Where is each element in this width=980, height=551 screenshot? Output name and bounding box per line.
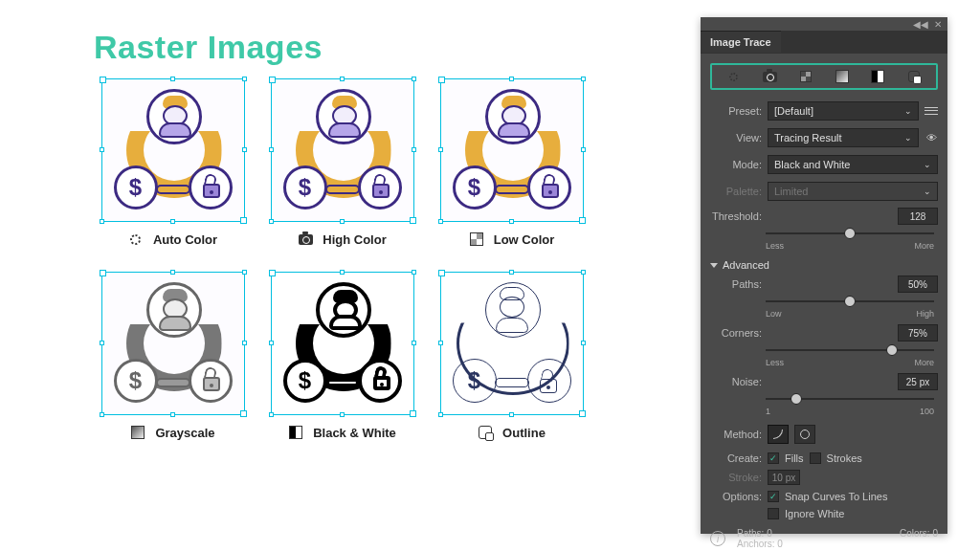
- example-low-color: $ Low Color: [433, 78, 590, 247]
- fills-checkbox[interactable]: [768, 452, 779, 464]
- stroke-value: 10 px: [768, 470, 800, 485]
- thumb-low-color[interactable]: $: [440, 78, 584, 222]
- panel-controls: ◀◀ ✕: [701, 17, 947, 31]
- preset-low-icon[interactable]: [796, 67, 815, 86]
- examples-grid: $ Auto Color $ High Color $ Low Color $ …: [94, 78, 590, 440]
- camera-icon: [298, 231, 313, 247]
- low-color-icon: [469, 231, 484, 247]
- noise-label: Noise:: [710, 376, 762, 387]
- preset-gray-icon[interactable]: [833, 67, 852, 86]
- method-overlap-button[interactable]: [794, 425, 815, 444]
- view-eye-icon[interactable]: 👁: [924, 131, 938, 144]
- page-title: Raster Images: [94, 29, 323, 66]
- example-grayscale: $ Grayscale: [94, 272, 252, 440]
- caption-label: Outline: [502, 426, 546, 440]
- collapse-icon[interactable]: ◀◀: [913, 19, 928, 30]
- caption-label: Black & White: [313, 426, 396, 440]
- stroke-label: Stroke:: [710, 472, 762, 483]
- preset-auto-icon[interactable]: [724, 67, 744, 86]
- noise-value[interactable]: 25 px: [898, 373, 938, 390]
- caption-label: High Color: [323, 232, 386, 247]
- method-abutting-button[interactable]: [768, 425, 789, 444]
- paths-slider[interactable]: Paths:50% LowHigh: [701, 273, 947, 321]
- panel-tab[interactable]: Image Trace: [701, 31, 781, 53]
- advanced-section-toggle[interactable]: Advanced: [701, 253, 947, 273]
- threshold-value[interactable]: 128: [898, 208, 938, 225]
- paths-value[interactable]: 50%: [898, 276, 938, 293]
- preset-bw-icon[interactable]: [868, 67, 887, 86]
- thumb-grayscale[interactable]: $: [101, 272, 245, 415]
- black-white-icon: [288, 425, 303, 440]
- thumb-high-color[interactable]: $: [271, 78, 414, 222]
- corners-slider[interactable]: Corners:75% LessMore: [701, 321, 947, 370]
- outline-icon: [478, 425, 493, 440]
- palette-select: Limited⌄: [768, 182, 938, 201]
- threshold-label: Threshold:: [710, 210, 762, 222]
- noise-slider[interactable]: Noise:25 px 1100: [701, 370, 947, 419]
- preset-high-icon[interactable]: [760, 67, 779, 86]
- view-select[interactable]: Tracing Result⌄: [768, 128, 919, 147]
- example-auto-color: $ Auto Color: [94, 78, 252, 247]
- preset-select[interactable]: [Default]⌄: [768, 101, 919, 121]
- snap-checkbox[interactable]: [768, 491, 779, 502]
- grayscale-icon: [130, 425, 145, 440]
- example-outline: $ Outline: [433, 272, 590, 440]
- paths-label: Paths:: [710, 278, 762, 290]
- close-icon[interactable]: ✕: [934, 19, 942, 30]
- image-trace-panel: ◀◀ ✕ Image Trace Preset: [Default]⌄ View…: [701, 17, 947, 534]
- preset-icon-row: [710, 63, 938, 90]
- thumb-outline[interactable]: $: [440, 272, 584, 415]
- auto-color-icon: [128, 231, 144, 247]
- example-black-white: $ Black & White: [263, 272, 421, 440]
- mode-label: Mode:: [710, 159, 762, 170]
- info-row: i Paths: 0Colors: 0 Anchors: 0: [701, 522, 947, 551]
- corners-value[interactable]: 75%: [898, 324, 938, 342]
- palette-label: Palette:: [710, 186, 762, 197]
- ignore-white-checkbox[interactable]: [768, 508, 779, 519]
- thumb-black-white[interactable]: $: [271, 272, 414, 415]
- info-icon: i: [710, 531, 725, 546]
- preset-outline-icon[interactable]: [904, 67, 924, 86]
- method-label: Method:: [710, 429, 762, 440]
- caption-label: Low Color: [494, 232, 555, 247]
- preset-label: Preset:: [710, 105, 762, 117]
- view-label: View:: [710, 132, 762, 143]
- mode-select[interactable]: Black and White⌄: [768, 155, 938, 174]
- strokes-checkbox[interactable]: [810, 452, 821, 464]
- example-high-color: $ High Color: [263, 78, 421, 247]
- create-label: Create:: [710, 452, 762, 464]
- corners-label: Corners:: [710, 327, 762, 339]
- thumb-auto-color[interactable]: $: [101, 78, 245, 222]
- threshold-slider[interactable]: Threshold:128 LessMore: [701, 205, 947, 253]
- options-label: Options:: [710, 491, 762, 502]
- caption-label: Grayscale: [155, 426, 214, 440]
- caption-label: Auto Color: [153, 232, 217, 247]
- preset-menu-icon[interactable]: [924, 104, 938, 118]
